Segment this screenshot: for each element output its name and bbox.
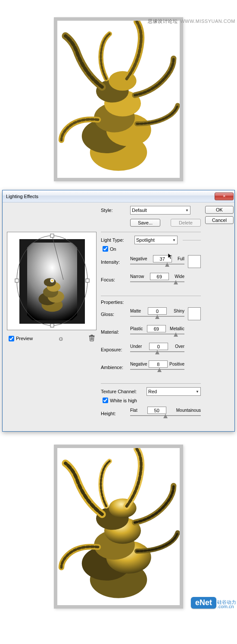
intensity-slider[interactable] — [130, 262, 184, 268]
texture-channel-label: Texture Channel: — [101, 389, 144, 394]
height-label: Height: — [101, 411, 128, 416]
material-slider[interactable] — [130, 332, 184, 338]
material-label: Material: — [101, 329, 128, 335]
style-label: Style: — [101, 208, 128, 213]
exposure-input[interactable] — [149, 343, 168, 350]
watermark-top: 思缘设计论坛WWW.MISSYUAN.COM — [148, 18, 235, 25]
material-input[interactable] — [147, 325, 166, 332]
titlebar: Lighting Effects ✕ — [3, 190, 234, 202]
svg-rect-20 — [86, 279, 89, 282]
gloss-input[interactable] — [148, 307, 167, 315]
white-high-checkbox[interactable]: White is high — [103, 398, 201, 403]
preview-checkbox[interactable]: Preview — [9, 336, 33, 341]
focus-slider[interactable] — [130, 280, 184, 286]
light-type-label: Light Type: — [101, 237, 132, 243]
dialog-title: Lighting Effects — [6, 194, 215, 199]
chevron-down-icon: ▼ — [172, 238, 176, 242]
preview-area[interactable] — [7, 232, 97, 330]
ambience-input[interactable] — [149, 360, 168, 368]
chevron-down-icon: ▼ — [196, 390, 199, 394]
properties-label: Properties: — [101, 300, 201, 305]
lightbulb-icon[interactable]: ☼ — [58, 335, 64, 342]
svg-point-23 — [51, 280, 53, 282]
enet-logo: eNet 硅谷动力 .com.cn — [191, 597, 236, 609]
close-button[interactable]: ✕ — [215, 193, 234, 200]
focus-label: Focus: — [101, 277, 128, 282]
svg-rect-21 — [50, 324, 54, 327]
svg-rect-18 — [50, 234, 54, 237]
ambience-slider[interactable] — [130, 368, 184, 374]
gloss-label: Gloss: — [101, 312, 128, 317]
ambience-label: Ambience: — [101, 365, 128, 370]
delete-button: Delete — [171, 219, 201, 227]
cancel-button[interactable]: Cancel — [205, 216, 234, 224]
light-color-swatch[interactable] — [188, 255, 201, 268]
trash-icon[interactable] — [89, 335, 95, 342]
artwork-before — [54, 17, 183, 181]
gloss-slider[interactable] — [130, 315, 184, 321]
height-input[interactable] — [147, 407, 166, 414]
lighting-effects-dialog: Lighting Effects ✕ — [2, 190, 235, 432]
height-slider[interactable] — [130, 414, 201, 420]
texture-channel-select[interactable]: Red▼ — [147, 387, 201, 396]
save-button[interactable]: Save... — [130, 219, 160, 227]
focus-input[interactable] — [150, 273, 169, 280]
svg-rect-19 — [15, 279, 19, 282]
style-select[interactable]: Default▼ — [130, 206, 190, 215]
chevron-down-icon: ▼ — [185, 208, 189, 212]
intensity-input[interactable] — [153, 255, 172, 262]
ambient-color-swatch[interactable] — [188, 307, 201, 320]
exposure-label: Exposure: — [101, 347, 128, 352]
artwork-after — [54, 445, 183, 609]
on-checkbox[interactable]: On — [103, 246, 201, 252]
ok-button[interactable]: OK — [205, 206, 234, 214]
light-type-select[interactable]: Spotlight▼ — [134, 236, 178, 244]
exposure-slider[interactable] — [130, 350, 184, 356]
intensity-label: Intensity: — [101, 259, 128, 265]
